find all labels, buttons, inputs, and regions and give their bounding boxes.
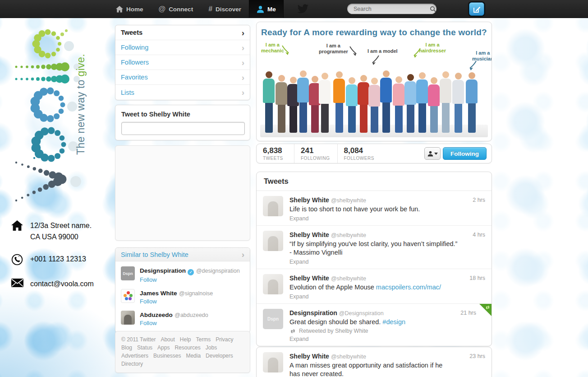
twitter-bird-logo <box>297 4 309 14</box>
tweet-text: Life is too short to not have your work … <box>289 205 485 214</box>
tweets-timeline-card-continued: Shelby White@shelbywhite 23 hrs A man mi… <box>256 347 492 377</box>
tweet-author: Shelby White <box>289 196 329 204</box>
tweet-row-retweet[interactable]: Dspn Designspiration@Designspiration 21 … <box>257 304 492 346</box>
expand-link[interactable]: Expand <box>289 259 485 265</box>
tweet-timestamp: 2 hrs <box>473 197 485 203</box>
footer-link-about[interactable]: About <box>161 336 175 343</box>
callout-arrow-icon <box>370 55 380 65</box>
avatar-shelbywhite[interactable] <box>263 196 283 216</box>
voola-twitter-profile-page: { "nav": { "items": [ {"label": "Home", … <box>0 0 588 377</box>
search-input[interactable] <box>347 6 429 12</box>
tweet-to-card: Tweet to Shelby White <box>115 105 250 140</box>
footer-link-help[interactable]: Help <box>180 336 191 343</box>
tweet-author: Designspiration <box>289 309 337 316</box>
similar-user-name[interactable]: James White <box>140 290 177 297</box>
person-icon <box>257 5 264 13</box>
nav-label-me: Me <box>267 6 276 13</box>
follow-button[interactable]: Follow <box>140 276 240 283</box>
person-figure <box>317 73 332 133</box>
tweet-compose-input[interactable] <box>121 122 245 135</box>
expand-link[interactable]: Expand <box>289 293 485 300</box>
hashtag-link[interactable]: #design <box>382 318 405 326</box>
footer-link-advertisers[interactable]: Advertisers <box>121 353 148 359</box>
menu-item-tweets[interactable]: Tweets › <box>115 25 250 40</box>
similar-user-designspiration: Dspn Designspiration ✓ @designspiration … <box>115 261 250 284</box>
avatar-designspiration[interactable]: Dspn <box>121 266 135 280</box>
search-box <box>347 4 436 14</box>
tweet-row[interactable]: Shelby White@shelbywhite 23 hrs A man mi… <box>257 347 492 377</box>
banner-headline: Ready for A more rewarding way to change… <box>257 28 492 37</box>
expand-link[interactable]: Expand <box>289 215 485 222</box>
stat-value: 8,084 <box>344 146 374 155</box>
email-address[interactable]: contact@voola.com <box>30 278 94 289</box>
footer-row: BlogStatusAppsResourcesJobs <box>121 344 244 352</box>
expand-link[interactable]: Expand <box>289 336 485 342</box>
nav-label-discover: Discover <box>216 6 241 13</box>
contact-info: 12/3a Street name.CA USA 99000 +001 1123… <box>11 220 94 300</box>
address-line2: CA USA 99000 <box>30 233 78 241</box>
compose-icon <box>473 5 481 13</box>
phone-number: +001 1123 12313 <box>30 253 86 265</box>
footer-link-apps[interactable]: Apps <box>157 344 170 351</box>
follow-button[interactable]: Follow <box>140 298 213 305</box>
similar-user-jameswhite: James White @signalnoise Follow <box>115 284 250 306</box>
avatar-shelbywhite[interactable] <box>263 274 283 294</box>
menu-item-followers[interactable]: Followers › <box>115 55 250 70</box>
tweet-text: Great design should be shared. #design <box>289 318 485 326</box>
following-button[interactable]: Following <box>443 147 487 160</box>
tweet-row[interactable]: Shelby White@shelbywhite 18 hrs Evolutio… <box>257 269 492 304</box>
similar-user-name[interactable]: Abduzeedo <box>140 312 173 318</box>
tweet-row[interactable]: Shelby White@shelbywhite 4 hrs “If by si… <box>257 226 492 269</box>
profile-banner: Ready for A more rewarding way to change… <box>256 22 492 141</box>
avatar-jameswhite[interactable] <box>121 289 135 303</box>
tweet-timestamp: 4 hrs <box>473 232 485 238</box>
tweets-header: Tweets <box>257 172 492 191</box>
menu-item-favorites[interactable]: Favorites › <box>115 70 250 85</box>
footer-link-businesses[interactable]: Businesses <box>153 353 181 359</box>
nav-item-home[interactable]: Home <box>108 0 151 18</box>
nav-item-connect[interactable]: @ Connect <box>151 0 201 18</box>
tweet-timestamp: 23 hrs <box>469 353 485 359</box>
footer-link-terms[interactable]: Terms <box>196 336 211 343</box>
person-figure <box>450 73 466 133</box>
avatar-shelbywhite[interactable] <box>263 231 283 251</box>
retweet-note: Retweeted by Shelby White <box>289 328 485 334</box>
avatar-abduzeedo[interactable] <box>121 311 135 325</box>
profile-actions: Following <box>424 144 492 163</box>
person-figure <box>464 72 479 133</box>
follow-button[interactable]: Follow <box>140 320 208 326</box>
menu-item-following[interactable]: Following › <box>115 40 250 55</box>
footer-link-developers[interactable]: Developers <box>206 353 233 359</box>
footer-link-status[interactable]: Status <box>137 344 152 351</box>
tagline-highlight: give. <box>75 54 87 77</box>
footer-link-privacy[interactable]: Privacy <box>216 336 233 343</box>
similar-user-handle: @abduzeedo <box>175 312 208 318</box>
similar-user-name[interactable]: Designspiration <box>140 267 186 274</box>
tweet-row[interactable]: Shelby White@shelbywhite 2 hrs Life is t… <box>257 191 492 226</box>
user-actions-dropdown[interactable] <box>424 147 441 160</box>
menu-item-lists[interactable]: Lists › <box>115 85 250 100</box>
chevron-right-icon: › <box>242 73 244 82</box>
footer-link-directory[interactable]: Directory <box>121 361 143 367</box>
envelope-icon <box>11 278 23 289</box>
contact-phone: +001 1123 12313 <box>11 253 94 267</box>
footer-link-media[interactable]: Media <box>186 353 201 359</box>
footer-row: AdvertisersBusinessesMediaDevelopers <box>121 352 244 360</box>
search-icon[interactable] <box>429 4 436 14</box>
stat-following[interactable]: 241 FOLLOWING <box>294 144 338 163</box>
footer-link-blog[interactable]: Blog <box>121 344 132 351</box>
compose-tweet-button[interactable] <box>469 2 484 16</box>
tweet-link[interactable]: macspoilers.com/mac/ <box>376 284 441 291</box>
phone-icon <box>11 253 23 267</box>
avatar-shelbywhite[interactable] <box>263 352 283 372</box>
home-icon <box>116 6 123 13</box>
footer-link-resources[interactable]: Resources <box>175 344 200 351</box>
stat-tweets[interactable]: 6,838 TWEETS <box>257 144 294 163</box>
avatar-designspiration[interactable]: Dspn <box>263 309 283 329</box>
nav-item-discover[interactable]: # Discover <box>201 0 249 18</box>
footer-link-jobs[interactable]: Jobs <box>206 344 217 351</box>
nav-item-me[interactable]: Me <box>249 0 284 18</box>
stat-followers[interactable]: 8,084 FOLLOWERS <box>338 144 381 163</box>
tweet-handle: @shelbywhite <box>331 232 366 238</box>
similar-users-header[interactable]: Similar to Shelby White › <box>115 248 250 261</box>
